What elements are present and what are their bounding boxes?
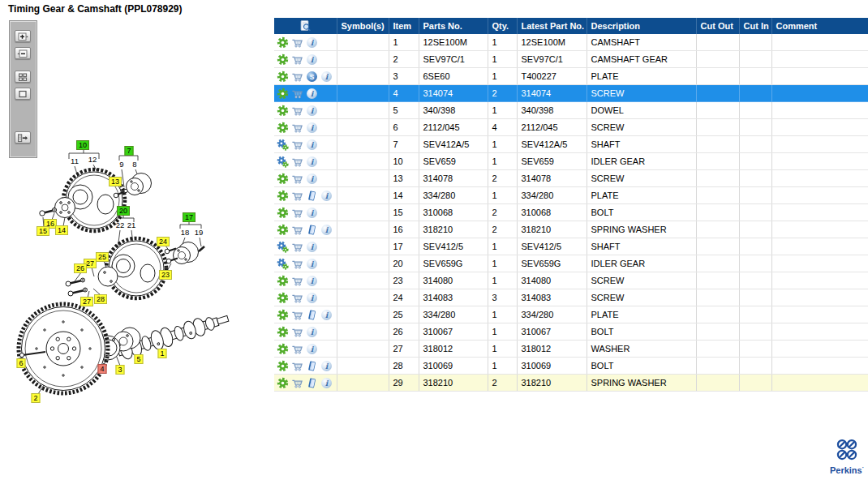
diagram-callout-7[interactable]: 7 [124,146,133,156]
part-gear-icon[interactable] [277,360,289,372]
service-info-icon[interactable] [306,377,318,389]
column-header-cut_out[interactable]: Cut Out [696,18,739,34]
diagram-callout-27[interactable]: 27 [80,297,93,306]
part-info-icon[interactable] [306,326,318,338]
part-row-item-15[interactable]: 153100682310068BOLT [274,204,868,221]
part-row-item-20[interactable]: 20SEV659G1SEV659GIDLER GEAR [274,255,868,272]
part-row-item-13[interactable]: 133140782314078SCREW [274,170,868,187]
column-header-symbols[interactable]: Symbol(s) [337,18,389,34]
part-row-item-4[interactable]: 43140742314074SCREW [274,85,868,102]
part-row-item-23[interactable]: 233140801314080SCREW [274,272,868,289]
column-header-latest_part_no[interactable]: Latest Part No. [517,18,587,34]
diagram-callout-5[interactable]: 5 [134,354,143,364]
part-info-icon[interactable] [306,173,318,185]
add-to-cart-icon[interactable] [291,343,303,355]
add-to-cart-icon[interactable] [291,105,303,117]
part-info-icon[interactable] [306,36,318,49]
assembly-gears-icon[interactable] [277,241,289,253]
diagram-callout-26[interactable]: 26 [74,263,87,273]
add-to-cart-icon[interactable] [291,292,303,304]
column-header-parts_no[interactable]: Parts No. [419,18,488,34]
part-info-icon[interactable] [320,377,333,389]
part-row-item-27[interactable]: 273180121318012WASHER [274,341,868,358]
part-info-icon[interactable] [320,360,333,372]
diagram-callout-2[interactable]: 2 [31,393,40,403]
part-gear-icon[interactable] [277,292,289,304]
part-gear-icon[interactable] [277,105,289,117]
diagram-callout-4[interactable]: 4 [97,364,106,374]
part-row-item-2[interactable]: 2SEV97C/11SEV97C/1CAMSHAFT GEAR [274,51,868,68]
part-row-item-3[interactable]: 36SE601T400227PLATE [274,68,868,85]
part-gear-icon[interactable] [277,54,289,66]
add-to-cart-icon[interactable] [291,207,303,219]
part-gear-icon[interactable] [277,275,289,287]
part-gear-icon[interactable] [277,309,289,321]
column-header-item[interactable]: Item [389,18,419,34]
add-to-cart-icon[interactable] [291,360,303,372]
part-gear-icon[interactable] [277,377,289,389]
diagram-callout-20[interactable]: 20 [117,206,130,216]
column-header-qty[interactable]: Qty. [488,18,517,34]
part-gear-icon[interactable] [277,343,289,355]
add-to-cart-icon[interactable] [291,224,303,236]
part-info-icon[interactable] [306,54,318,66]
part-gear-icon[interactable] [277,224,289,236]
part-info-icon[interactable] [306,88,318,100]
part-info-icon[interactable] [320,190,333,202]
add-to-cart-icon[interactable] [291,258,303,270]
part-gear-icon[interactable] [277,190,289,202]
part-info-icon[interactable] [306,156,318,168]
part-row-item-6[interactable]: 62112/04542112/045SCREW [274,119,868,136]
column-header-description[interactable]: Description [587,18,696,34]
diagram-callout-1[interactable]: 1 [157,349,166,358]
service-info-icon[interactable] [306,360,318,372]
part-gear-icon[interactable] [277,207,289,219]
diagram-callout-17[interactable]: 17 [183,212,196,222]
diagram-callout-15[interactable]: 15 [37,226,49,236]
diagram-callout-6[interactable]: 6 [16,358,25,368]
add-to-cart-icon[interactable] [291,122,303,134]
add-to-cart-icon[interactable] [291,190,303,202]
part-row-item-10[interactable]: 10SEV6591SEV659IDLER GEAR [274,153,868,170]
add-to-cart-icon[interactable] [291,326,303,338]
add-to-cart-icon[interactable] [291,309,303,321]
add-to-cart-icon[interactable] [291,275,303,287]
diagram-callout-25[interactable]: 25 [96,252,109,262]
part-row-item-17[interactable]: 17SEV412/51SEV412/5SHAFT [274,238,868,255]
part-gear-icon[interactable] [277,173,289,185]
add-to-cart-icon[interactable] [291,377,303,389]
part-info-icon[interactable] [306,122,318,134]
part-gear-icon[interactable] [277,36,289,49]
service-info-icon[interactable] [306,224,318,236]
part-info-icon[interactable] [306,207,318,219]
part-info-icon[interactable] [306,105,318,117]
service-info-icon[interactable] [306,190,318,202]
part-row-item-29[interactable]: 293182102318210SPRING WASHER [274,375,868,392]
part-info-icon[interactable] [306,275,318,287]
part-info-icon[interactable] [306,258,318,270]
supersession-icon[interactable] [306,71,318,83]
add-to-cart-icon[interactable] [291,241,303,253]
part-info-icon[interactable] [306,343,318,355]
column-header-cut_in[interactable]: Cut In [739,18,771,34]
add-to-cart-icon[interactable] [291,71,303,83]
part-gear-icon[interactable] [277,88,289,100]
part-row-item-24[interactable]: 243140833314083SCREW [274,289,868,306]
add-to-cart-icon[interactable] [291,173,303,185]
part-row-item-26[interactable]: 263100671310067BOLT [274,323,868,341]
part-gear-icon[interactable] [277,326,289,338]
diagram-callout-28[interactable]: 28 [94,294,107,304]
part-row-item-16[interactable]: 163182102318210SPRING WASHER [274,221,868,238]
add-to-cart-icon[interactable] [291,139,303,151]
diagram-callout-10[interactable]: 10 [76,140,89,150]
diagram-callout-13[interactable]: 13 [109,177,122,186]
part-info-icon[interactable] [306,139,318,151]
column-header-actions[interactable] [274,18,337,34]
add-to-cart-icon[interactable] [291,88,303,100]
part-info-icon[interactable] [306,292,318,304]
part-row-item-7[interactable]: 7SEV412A/51SEV412A/5SHAFT [274,136,868,153]
add-to-cart-icon[interactable] [291,36,303,49]
part-info-icon[interactable] [306,241,318,253]
part-row-item-25[interactable]: 25334/2801334/280PLATE [274,306,868,323]
part-info-icon[interactable] [320,309,333,321]
